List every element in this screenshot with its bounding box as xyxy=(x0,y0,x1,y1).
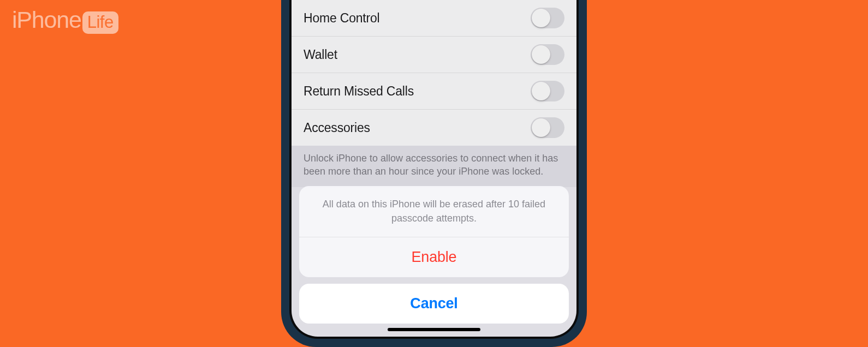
row-label: Wallet xyxy=(304,47,337,62)
iphonelife-watermark: iPhone Life xyxy=(12,7,118,34)
home-indicator[interactable] xyxy=(388,328,480,331)
phone-frame-inner: Home Control Wallet Return Missed Calls … xyxy=(289,0,579,339)
row-label: Accessories xyxy=(304,121,370,135)
row-accessories[interactable]: Accessories xyxy=(292,110,576,146)
settings-list: Home Control Wallet Return Missed Calls … xyxy=(292,0,576,146)
row-wallet[interactable]: Wallet xyxy=(292,37,576,73)
action-sheet: All data on this iPhone will be erased a… xyxy=(292,186,576,337)
action-sheet-message: All data on this iPhone will be erased a… xyxy=(299,186,569,237)
cancel-button[interactable]: Cancel xyxy=(299,284,569,324)
enable-button[interactable]: Enable xyxy=(299,237,569,277)
toggle-home-control[interactable] xyxy=(531,8,564,28)
toggle-wallet[interactable] xyxy=(531,44,564,65)
screen: Home Control Wallet Return Missed Calls … xyxy=(292,0,576,337)
watermark-brand: iPhone xyxy=(12,7,81,33)
toggle-accessories[interactable] xyxy=(531,117,564,138)
row-label: Home Control xyxy=(304,11,380,26)
toggle-return-missed-calls[interactable] xyxy=(531,81,564,101)
row-return-missed-calls[interactable]: Return Missed Calls xyxy=(292,73,576,110)
row-label: Return Missed Calls xyxy=(304,84,414,99)
watermark-tag: Life xyxy=(87,13,114,32)
action-sheet-card: All data on this iPhone will be erased a… xyxy=(299,186,569,277)
watermark-tag-bg: Life xyxy=(82,11,118,34)
settings-footer-note: Unlock iPhone to allow accessories to co… xyxy=(292,146,576,187)
row-home-control[interactable]: Home Control xyxy=(292,0,576,37)
phone-frame: Home Control Wallet Return Missed Calls … xyxy=(281,0,587,347)
